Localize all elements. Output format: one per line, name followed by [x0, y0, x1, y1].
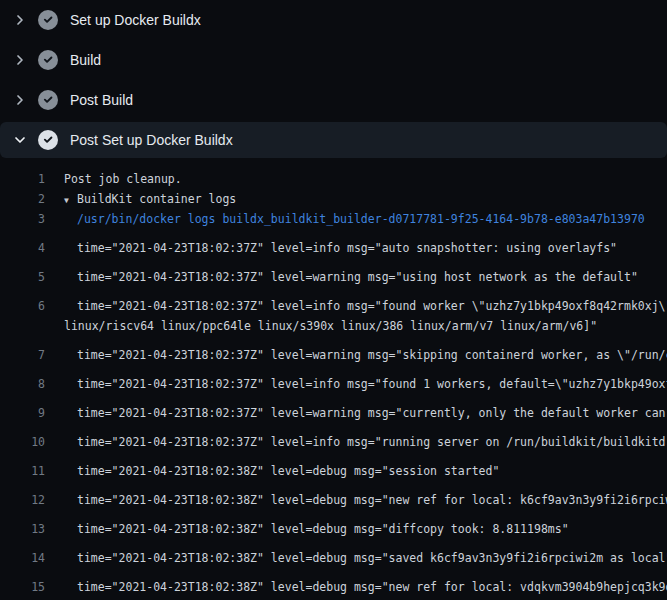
line-number[interactable]: 9 [0, 403, 45, 423]
log-text: Post job cleanup. [64, 169, 182, 189]
log-text: time="2021-04-23T18:02:38Z" level=debug … [77, 490, 667, 510]
log-line: 9 time="2021-04-23T18:02:37Z" level=warn… [0, 394, 667, 423]
step-title: Build [70, 52, 101, 68]
line-number[interactable]: 11 [0, 461, 45, 481]
step-title: Post Set up Docker Buildx [70, 132, 233, 148]
line-number[interactable]: 8 [0, 374, 45, 394]
step-row[interactable]: Post Set up Docker Buildx [0, 122, 667, 158]
line-number[interactable]: 14 [0, 548, 45, 568]
log-line: 15 time="2021-04-23T18:02:38Z" level=deb… [0, 568, 667, 597]
step-title: Set up Docker Buildx [70, 12, 201, 28]
log-line: 10 time="2021-04-23T18:02:37Z" level=inf… [0, 423, 667, 452]
check-circle-icon [38, 50, 58, 70]
step-row[interactable]: Post Build [0, 80, 667, 120]
check-circle-icon [38, 130, 58, 150]
log-text: time="2021-04-23T18:02:37Z" level=warnin… [77, 267, 638, 287]
log-line: 4 time="2021-04-23T18:02:37Z" level=info… [0, 229, 667, 258]
log-line: 3 /usr/bin/docker logs buildx_buildkit_b… [0, 209, 667, 229]
chevron-icon [12, 92, 28, 108]
line-number[interactable]: 3 [0, 209, 45, 229]
log-text: time="2021-04-23T18:02:38Z" level=debug … [77, 519, 569, 539]
log-line: 13 time="2021-04-23T18:02:38Z" level=deb… [0, 510, 667, 539]
log-text: time="2021-04-23T18:02:37Z" level=info m… [77, 296, 667, 316]
log-text[interactable]: BuildKit container logs [77, 189, 236, 209]
log-text: time="2021-04-23T18:02:37Z" level=warnin… [77, 345, 667, 365]
log-line: 12 time="2021-04-23T18:02:38Z" level=deb… [0, 481, 667, 510]
line-number[interactable]: 13 [0, 519, 45, 539]
line-number[interactable]: 12 [0, 490, 45, 510]
check-circle-icon [38, 10, 58, 30]
log-text: time="2021-04-23T18:02:38Z" level=debug … [77, 577, 667, 597]
log-line: 5 time="2021-04-23T18:02:37Z" level=warn… [0, 258, 667, 287]
log-line: 2 ▼ BuildKit container logs [0, 189, 667, 209]
line-number[interactable]: 10 [0, 432, 45, 452]
line-number[interactable]: 1 [0, 169, 45, 189]
log-viewer: 1 Post job cleanup. 2 ▼ BuildKit contain… [0, 160, 667, 600]
log-line: 7 time="2021-04-23T18:02:37Z" level=warn… [0, 336, 667, 365]
chevron-icon [12, 12, 28, 28]
log-line: 6 time="2021-04-23T18:02:37Z" level=info… [0, 287, 667, 316]
check-circle-icon [38, 90, 58, 110]
step-row[interactable]: Set up Docker Buildx [0, 0, 667, 40]
group-toggle-icon[interactable]: ▼ [64, 191, 77, 209]
step-title: Post Build [70, 92, 133, 108]
log-line: 11 time="2021-04-23T18:02:38Z" level=deb… [0, 452, 667, 481]
line-number[interactable]: 2 [0, 189, 45, 209]
log-text: /usr/bin/docker logs buildx_buildkit_bui… [77, 209, 645, 229]
log-line: 8 time="2021-04-23T18:02:37Z" level=info… [0, 365, 667, 394]
log-text: time="2021-04-23T18:02:37Z" level=info m… [77, 432, 667, 452]
line-number[interactable]: 4 [0, 238, 45, 258]
steps-list: Set up Docker Buildx Build Post Build [0, 0, 667, 158]
chevron-icon [12, 132, 28, 148]
line-number[interactable]: 5 [0, 267, 45, 287]
chevron-icon [12, 52, 28, 68]
log-line: 14 time="2021-04-23T18:02:38Z" level=deb… [0, 539, 667, 568]
step-row[interactable]: Build [0, 40, 667, 80]
log-text: time="2021-04-23T18:02:37Z" level=info m… [77, 374, 667, 394]
line-number[interactable]: 6 [0, 296, 45, 316]
log-text: time="2021-04-23T18:02:37Z" level=warnin… [77, 403, 667, 423]
line-number[interactable]: 15 [0, 577, 45, 597]
line-number[interactable]: 7 [0, 345, 45, 365]
log-text: linux/riscv64 linux/ppc64le linux/s390x … [64, 316, 597, 336]
log-text: time="2021-04-23T18:02:38Z" level=debug … [77, 461, 499, 481]
log-line: linux/riscv64 linux/ppc64le linux/s390x … [0, 316, 667, 336]
log-text: time="2021-04-23T18:02:38Z" level=debug … [77, 548, 667, 568]
log-line: 1 Post job cleanup. [0, 169, 667, 189]
log-text: time="2021-04-23T18:02:37Z" level=info m… [77, 238, 617, 258]
